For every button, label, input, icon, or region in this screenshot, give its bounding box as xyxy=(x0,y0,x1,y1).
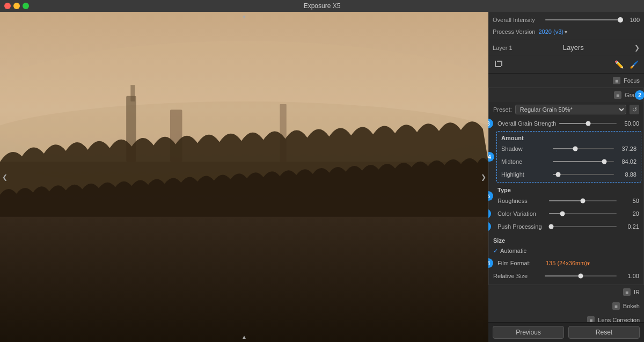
overall-intensity-slider[interactable] xyxy=(545,19,620,20)
relative-size-value: 1.00 xyxy=(620,273,639,279)
process-version-row: Process Version 2020 (v3) ▾ xyxy=(493,26,640,38)
preset-label: Preset: xyxy=(493,106,512,113)
close-button[interactable] xyxy=(4,3,11,9)
shadow-row: Shadow 37.28 xyxy=(497,142,641,155)
badge-4: 4 xyxy=(488,152,494,162)
relative-size-label: Relative Size xyxy=(493,273,541,279)
title-bar: Exposure X5 xyxy=(0,0,644,12)
badge-3: 3 xyxy=(488,119,493,128)
overall-grain-value: 50.00 xyxy=(620,120,639,127)
automatic-check-icon: ✓ xyxy=(493,248,498,254)
color-variation-row: Color Variation 20 xyxy=(493,207,643,220)
layers-collapse-arrow[interactable]: ❯ xyxy=(634,44,640,52)
reset-button[interactable]: Reset xyxy=(568,326,640,339)
bokeh-toggle[interactable]: ■ xyxy=(612,302,620,310)
relative-size-slider[interactable] xyxy=(545,275,617,276)
bottom-bar: Previous Reset xyxy=(488,322,644,342)
photo-next-button[interactable]: ❯ xyxy=(481,173,486,181)
grain-section: ■ Grain 2 Preset: Regular Grain 50%* ↺ 3 xyxy=(488,88,644,285)
minimize-button[interactable] xyxy=(13,3,20,9)
shadow-slider[interactable] xyxy=(553,148,614,149)
crop-tool[interactable] xyxy=(493,59,504,70)
tool-row: ✏️ 🖌️ xyxy=(488,55,644,74)
preset-action-button[interactable]: ↺ xyxy=(630,105,639,114)
lens-correction-toggle[interactable]: ■ xyxy=(587,316,595,322)
film-format-row: Film Format: 135 (24x36mm) ▾ xyxy=(493,257,643,270)
previous-button[interactable]: Previous xyxy=(493,326,564,339)
lens-correction-header[interactable]: ■ Lens Correction xyxy=(488,313,644,322)
ir-toggle[interactable]: ■ xyxy=(623,288,631,296)
overall-grain-slider[interactable] xyxy=(559,123,617,124)
bokeh-section-label: Bokeh xyxy=(623,303,640,309)
grain-section-header[interactable]: ■ Grain 2 xyxy=(489,88,643,102)
photo-area: ▼ ❮ ❯ ▲ xyxy=(0,12,488,342)
midtone-slider[interactable] xyxy=(553,161,614,162)
shadow-value: 37.28 xyxy=(617,145,636,152)
size-section: Size ✓ Automatic 8 Film Format: 135 (24x… xyxy=(489,233,643,285)
process-version-label: Process Version xyxy=(493,28,535,35)
app-title: Exposure X5 xyxy=(304,2,341,10)
process-version-value[interactable]: 2020 (v3) xyxy=(538,28,563,35)
shadow-label: Shadow xyxy=(501,145,550,152)
grain-badge-2: 2 xyxy=(635,90,644,100)
midtone-label: Midtone xyxy=(501,158,550,165)
push-processing-value: 0.21 xyxy=(620,223,639,230)
lens-correction-label: Lens Correction xyxy=(598,317,640,322)
push-processing-label: Push Processing xyxy=(497,223,546,230)
window-controls[interactable] xyxy=(4,3,29,9)
color-variation-value: 20 xyxy=(620,210,639,217)
layer-name: Layer 1 xyxy=(493,45,513,51)
film-format-wrapper: 8 Film Format: 135 (24x36mm) ▾ xyxy=(489,257,643,270)
highlight-value: 8.88 xyxy=(617,171,636,178)
highlight-slider[interactable] xyxy=(553,174,614,175)
automatic-label: Automatic xyxy=(500,248,526,254)
push-processing-slider[interactable] xyxy=(549,226,617,227)
overall-intensity-row: Overall Intensity 100 xyxy=(493,14,640,26)
overall-grain-wrapper: 3 Overall Grain Strength 50.00 xyxy=(489,117,643,130)
badge-6: 6 xyxy=(488,209,491,219)
badge-5: 5 xyxy=(488,191,493,201)
push-processing-wrapper: 7 Push Processing 0.21 xyxy=(493,220,643,233)
amount-label: Amount xyxy=(497,133,641,142)
layers-title: Layers xyxy=(563,43,584,52)
type-section-wrapper: 5 Type Roughness 50 6 Color Variation xyxy=(489,185,643,233)
badge-7: 7 xyxy=(488,222,491,231)
ir-section-header[interactable]: ■ IR xyxy=(488,285,644,299)
relative-size-row: Relative Size 1.00 xyxy=(489,270,643,282)
ir-section-label: IR xyxy=(634,289,640,295)
brush-tool[interactable]: 🖌️ xyxy=(628,59,640,70)
color-variation-slider[interactable] xyxy=(549,213,617,214)
pen-tool[interactable]: ✏️ xyxy=(613,59,625,70)
preset-row: Preset: Regular Grain 50%* ↺ xyxy=(489,102,643,117)
grain-toggle[interactable]: ■ xyxy=(614,91,621,99)
midtone-row: Midtone 84.02 xyxy=(497,155,641,168)
film-format-label: Film Format: xyxy=(497,260,546,266)
push-processing-row: Push Processing 0.21 xyxy=(493,220,643,233)
overall-grain-label: Overall Grain Strength xyxy=(497,120,556,127)
photo-top-arrow[interactable]: ▼ xyxy=(241,14,247,20)
type-label: Type xyxy=(493,185,643,194)
right-panel: Overall Intensity 100 Process Version 20… xyxy=(488,12,644,342)
highlight-row: Highlight 8.88 xyxy=(497,168,641,181)
color-variation-wrapper: 6 Color Variation 20 xyxy=(493,207,643,220)
film-format-dropdown-icon[interactable]: ▾ xyxy=(587,260,590,266)
overall-intensity-label: Overall Intensity xyxy=(493,17,541,23)
process-version-dropdown-icon[interactable]: ▾ xyxy=(565,29,567,35)
preset-select[interactable]: Regular Grain 50%* xyxy=(515,105,626,114)
maximize-button[interactable] xyxy=(23,3,29,9)
photo-bottom-arrow[interactable]: ▲ xyxy=(241,334,247,340)
focus-section-label: Focus xyxy=(624,77,640,84)
photo-prev-button[interactable]: ❮ xyxy=(2,173,8,181)
main-layout: ▼ ❮ ❯ ▲ Overall Intensity 100 Process Ve… xyxy=(0,12,644,342)
badge-8: 8 xyxy=(488,258,493,268)
film-format-value: 135 (24x36mm) xyxy=(546,260,587,266)
bokeh-section-header[interactable]: ■ Bokeh xyxy=(488,299,644,313)
focus-toggle[interactable]: ■ xyxy=(613,77,620,84)
amount-section: Amount Shadow 37.28 Midtone xyxy=(496,131,641,183)
roughness-slider[interactable] xyxy=(549,200,617,201)
sections-container: ■ Focus ■ Grain 2 Preset: Regular Grain … xyxy=(488,74,644,322)
focus-section-header[interactable]: ■ Focus xyxy=(488,74,644,88)
overall-intensity-value: 100 xyxy=(625,17,640,23)
roughness-label: Roughness xyxy=(497,198,546,204)
layers-row: Layer 1 Layers ❯ xyxy=(488,40,644,55)
